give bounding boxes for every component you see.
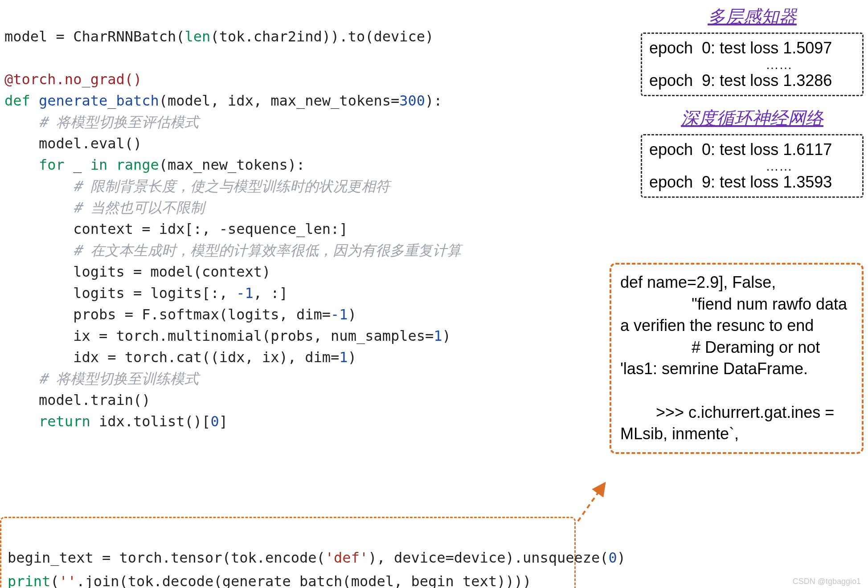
code-line: (max_new_tokens): [159, 156, 305, 173]
code-line: ] [219, 413, 228, 430]
code-line: ): [425, 92, 442, 109]
code-line: ) [348, 349, 356, 366]
code-line: (model, idx, max_new_tokens= [159, 92, 399, 109]
comment: # 将模型切换至评估模式 [4, 114, 199, 131]
keyword-in: in [90, 156, 108, 173]
code-line: model = CharRNNBatch( [4, 28, 185, 45]
number-literal: 1 [339, 349, 348, 366]
connector-arrow-icon [576, 481, 607, 523]
code-block-main: model = CharRNNBatch(len(tok.char2ind)).… [4, 4, 461, 432]
code-line: , :] [254, 285, 288, 302]
comment: # 限制背景长度，使之与模型训练时的状况更相符 [4, 178, 390, 195]
code-line: ) [348, 306, 356, 323]
svg-line-0 [578, 485, 604, 521]
code-text [107, 156, 116, 173]
code-line: ), device=device).unsqueeze( [368, 549, 608, 566]
comment: # 在文本生成时，模型的计算效率很低，因为有很多重复计算 [4, 242, 461, 259]
code-line: idx = torch.cat((idx, ix), dim= [4, 349, 339, 366]
mlp-title: 多层感知器 [641, 4, 864, 29]
code-line: context = idx[:, -sequence_len:] [4, 220, 348, 237]
code-line: ) [617, 549, 626, 566]
code-line: logits = logits[:, [4, 285, 236, 302]
builtin-range: range [116, 156, 159, 173]
mlp-line-2: epoch 9: test loss 1.3286 [649, 71, 832, 90]
ellipsis-text: …… [649, 59, 855, 70]
watermark: CSDN @tgbaggio1 [793, 577, 861, 586]
mlp-loss-box: epoch 0: test loss 1.5097 ……epoch 9: tes… [641, 33, 864, 96]
code-line: begin_text = torch.tensor(tok.encode( [8, 549, 325, 566]
number-literal: -1 [236, 285, 254, 302]
code-line: ix = torch.multinomial(probs, num_sample… [4, 327, 434, 344]
keyword-def: def [4, 92, 30, 109]
code-line: ) [442, 327, 451, 344]
generated-output-box: def name=2.9], False, "fiend num rawfo d… [610, 263, 864, 454]
code-line: logits = model(context) [4, 263, 270, 280]
mlp-line-1: epoch 0: test loss 1.5097 [649, 39, 832, 57]
string-literal: '' [59, 573, 77, 588]
rnn-loss-box: epoch 0: test loss 1.6117 ……epoch 9: tes… [641, 134, 864, 198]
builtin-len: len [185, 28, 211, 45]
function-name: generate_batch [30, 92, 159, 109]
number-literal: -1 [331, 306, 348, 323]
code-line: model.train() [4, 392, 151, 408]
code-text: _ [65, 156, 90, 173]
rnn-line-1: epoch 0: test loss 1.6117 [649, 140, 832, 159]
keyword-for: for [4, 156, 65, 173]
comment: # 将模型切换至训练模式 [4, 370, 199, 387]
number-literal: 300 [399, 92, 425, 109]
code-line: probs = F.softmax(logits, dim= [4, 306, 331, 323]
rnn-line-2: epoch 9: test loss 1.3593 [649, 173, 832, 191]
code-line: idx.tolist()[ [90, 413, 211, 430]
code-line: model.eval() [4, 135, 142, 152]
number-literal: 0 [609, 549, 617, 566]
number-literal: 1 [434, 327, 442, 344]
code-text: ( [50, 573, 59, 588]
right-column: 多层感知器 epoch 0: test loss 1.5097 ……epoch … [641, 4, 864, 208]
code-line: .join(tok.decode(generate_batch(model, b… [76, 573, 531, 588]
keyword-return: return [4, 413, 90, 430]
ellipsis-text: …… [649, 161, 855, 172]
rnn-title: 深度循环神经网络 [641, 106, 864, 131]
builtin-print: print [8, 573, 50, 588]
string-literal: 'def' [325, 549, 368, 566]
decorator: @torch.no_grad() [4, 71, 142, 88]
code-line: (tok.char2ind)).to(device) [210, 28, 434, 45]
code-block-call: begin_text = torch.tensor(tok.encode('de… [0, 517, 576, 588]
comment: # 当然也可以不限制 [4, 199, 205, 216]
number-literal: 0 [210, 413, 219, 430]
